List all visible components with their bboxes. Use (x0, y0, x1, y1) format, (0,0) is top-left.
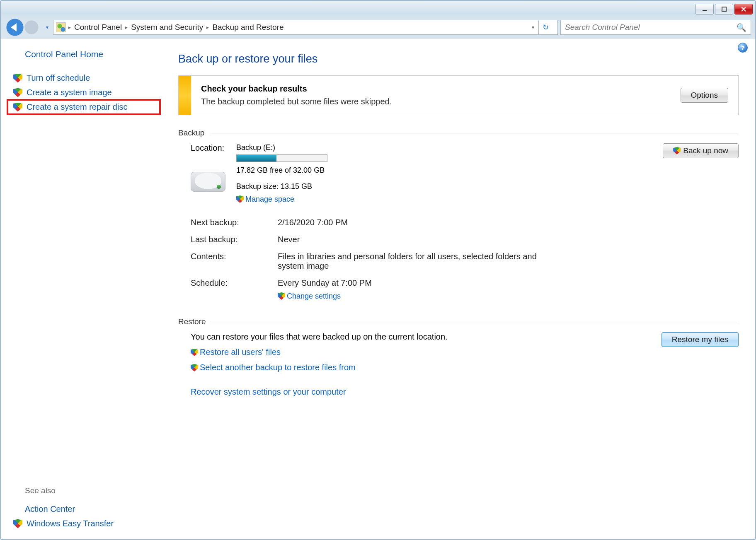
see-also-heading: See also (7, 486, 160, 495)
last-backup-label: Last backup: (191, 235, 274, 244)
warning-stripe-icon (179, 76, 191, 115)
task-label: Turn off schedule (27, 73, 90, 83)
select-another-backup-link[interactable]: Select another backup to restore files f… (191, 363, 653, 372)
window-frame: ▾ ▸ Control Panel ▸ System and Security … (0, 0, 756, 540)
search-input[interactable]: Search Control Panel 🔍 (560, 20, 751, 35)
restore-my-files-button[interactable]: Restore my files (662, 332, 739, 347)
breadcrumb-seg-1[interactable]: Control Panel (72, 23, 124, 32)
backup-details-grid: Next backup: 2/16/2020 7:00 PM Last back… (178, 218, 739, 301)
sidebar: Control Panel Home Turn off schedule Cre… (1, 39, 167, 539)
address-bar[interactable]: ▸ Control Panel ▸ System and Security ▸ … (53, 20, 558, 35)
restore-all-users-link[interactable]: Restore all users' files (191, 347, 653, 357)
disk-usage-fill (237, 155, 276, 162)
control-panel-icon (56, 22, 66, 32)
disk-free-text: 17.82 GB free of 32.00 GB (236, 166, 327, 175)
button-label: Back up now (683, 146, 728, 155)
task-turn-off-schedule[interactable]: Turn off schedule (7, 71, 160, 85)
link-label: Select another backup to restore files f… (200, 363, 356, 372)
breadcrumb-seg-2[interactable]: System and Security (128, 23, 206, 32)
link-label: Restore all users' files (200, 347, 281, 357)
results-heading: Check your backup results (201, 84, 392, 94)
see-also-action-center[interactable]: Action Center (7, 502, 160, 516)
content-area: ? Control Panel Home Turn off schedule C… (1, 38, 755, 539)
shield-icon (191, 364, 198, 371)
shield-icon (13, 103, 22, 112)
recover-system-link[interactable]: Recover system settings or your computer (191, 387, 653, 397)
shield-icon (13, 519, 22, 528)
svg-rect-1 (722, 7, 726, 11)
link-label: Change settings (287, 292, 341, 300)
disk-icon (191, 172, 225, 192)
control-panel-home-link[interactable]: Control Panel Home (7, 49, 160, 59)
titlebar (1, 1, 755, 17)
next-backup-value: 2/16/2020 7:00 PM (278, 218, 739, 227)
page-title: Back up or restore your files (178, 53, 739, 65)
options-button[interactable]: Options (681, 88, 728, 103)
shield-icon (673, 147, 681, 154)
svg-rect-0 (703, 10, 707, 11)
shield-icon (236, 195, 244, 203)
chevron-right-icon: ▸ (206, 24, 209, 30)
backup-section-header: Backup (178, 128, 739, 137)
backup-location-row: Location: Backup (E:) 17.82 GB free of 3… (178, 143, 739, 204)
backup-now-button[interactable]: Back up now (663, 143, 739, 158)
chevron-right-icon: ▸ (125, 24, 128, 30)
link-label: Windows Easy Transfer (27, 519, 114, 528)
restore-blurb: You can restore your files that were bac… (191, 332, 653, 342)
chevron-right-icon: ▸ (68, 24, 71, 30)
contents-label: Contents: (191, 252, 274, 271)
shield-icon (13, 74, 22, 83)
section-label: Restore (178, 317, 206, 326)
back-forward-buttons[interactable] (5, 18, 41, 36)
contents-value: Files in libraries and personal folders … (278, 252, 543, 271)
maximize-button[interactable] (715, 4, 733, 14)
manage-space-link[interactable]: Manage space (236, 195, 327, 204)
search-icon: 🔍 (737, 23, 746, 32)
backup-results-banner: Check your backup results The backup com… (178, 75, 739, 115)
task-label: Create a system image (27, 88, 112, 97)
chevron-down-icon[interactable]: ▾ (532, 24, 534, 30)
section-label: Backup (178, 128, 204, 137)
breadcrumb-seg-3[interactable]: Backup and Restore (210, 23, 286, 32)
see-also-easy-transfer[interactable]: Windows Easy Transfer (7, 516, 160, 531)
shield-icon (13, 88, 22, 97)
back-arrow-icon (11, 23, 17, 31)
backup-size-text: Backup size: 13.15 GB (236, 182, 327, 191)
restore-section-header: Restore (178, 317, 739, 326)
location-label: Location: (191, 143, 225, 153)
history-dropdown-button[interactable]: ▾ (44, 18, 51, 36)
last-backup-value: Never (278, 235, 739, 244)
disk-usage-bar (236, 154, 327, 162)
task-create-system-image[interactable]: Create a system image (7, 85, 160, 100)
close-button[interactable] (734, 4, 753, 14)
link-label: Action Center (25, 504, 75, 514)
minimize-button[interactable] (695, 4, 714, 14)
task-create-repair-disc[interactable]: Create a system repair disc (7, 100, 160, 114)
main-panel: Back up or restore your files Check your… (167, 39, 755, 539)
task-label: Create a system repair disc (27, 102, 127, 112)
results-subtext: The backup completed but some files were… (201, 97, 392, 106)
help-icon[interactable]: ? (738, 43, 748, 53)
refresh-button[interactable]: ↻ (538, 20, 552, 34)
restore-block: You can restore your files that were bac… (178, 332, 739, 397)
next-backup-label: Next backup: (191, 218, 274, 227)
nav-bar: ▾ ▸ Control Panel ▸ System and Security … (1, 17, 755, 38)
shield-icon (191, 349, 198, 356)
link-label: Manage space (245, 195, 294, 203)
change-settings-link[interactable]: Change settings (278, 292, 739, 301)
shield-icon (278, 292, 285, 300)
schedule-value: Every Sunday at 7:00 PM (278, 278, 739, 288)
search-placeholder: Search Control Panel (565, 23, 640, 32)
schedule-label: Schedule: (191, 278, 274, 301)
location-value: Backup (E:) (236, 143, 327, 152)
